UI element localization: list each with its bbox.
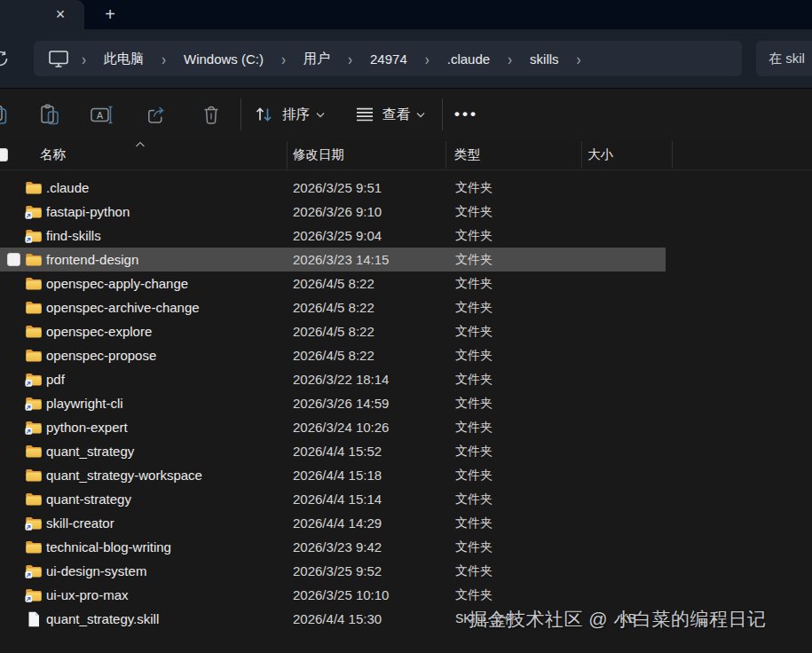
- file-date: 2026/4/4 14:29: [293, 511, 382, 535]
- table-row[interactable]: technical-blog-writing 2026/3/23 9:42 文件…: [0, 535, 812, 559]
- file-name: fastapi-python: [46, 200, 130, 224]
- delete-icon[interactable]: [202, 89, 220, 140]
- refresh-icon[interactable]: [0, 49, 10, 72]
- table-row[interactable]: python-expert 2026/3/24 10:26 文件夹: [0, 415, 812, 439]
- breadcrumb-item[interactable]: 用户: [298, 49, 335, 69]
- file-name: frontend-design: [46, 248, 138, 271]
- sort-button[interactable]: 排序: [254, 89, 325, 140]
- file-type: 文件夹: [455, 367, 493, 391]
- search-text: 在 skil: [769, 51, 805, 67]
- table-row[interactable]: pdf 2026/3/22 18:14 文件夹: [0, 367, 812, 391]
- column-size[interactable]: 大小: [587, 146, 613, 163]
- view-lines-icon: [355, 106, 374, 122]
- file-date: 2026/4/4 15:52: [293, 439, 382, 463]
- table-row[interactable]: openspec-propose 2026/4/5 8:22 文件夹: [0, 343, 812, 367]
- table-row[interactable]: frontend-design 2026/3/23 14:15 文件夹: [0, 248, 812, 271]
- table-row[interactable]: quant_strategy 2026/4/4 15:52 文件夹: [0, 439, 812, 463]
- breadcrumb-item[interactable]: 24974: [365, 50, 413, 68]
- toolbar-divider: [240, 98, 241, 130]
- table-row[interactable]: quant-strategy 2026/4/4 15:14 文件夹: [0, 487, 812, 511]
- file-date: 2026/3/25 9:04: [293, 224, 382, 248]
- column-divider[interactable]: [445, 141, 446, 169]
- new-tab-button[interactable]: +: [98, 3, 122, 27]
- chevron-right-icon: ›: [348, 49, 352, 67]
- table-row[interactable]: skill-creator 2026/4/4 14:29 文件夹: [0, 511, 812, 535]
- explorer-tab[interactable]: ×: [0, 0, 84, 29]
- paste-icon[interactable]: [40, 89, 59, 140]
- table-row[interactable]: openspec-explore 2026/4/5 8:22 文件夹: [0, 319, 812, 343]
- chevron-right-icon: ›: [162, 49, 166, 67]
- more-options-button[interactable]: •••: [454, 89, 478, 140]
- file-name: skill-creator: [46, 511, 114, 535]
- table-row[interactable]: ui-ux-pro-max 2026/3/25 10:10 文件夹: [0, 583, 812, 607]
- sort-arrows-icon: [254, 106, 274, 123]
- folder-icon: [25, 324, 43, 339]
- copy-icon[interactable]: [0, 89, 9, 140]
- search-input[interactable]: 在 skil: [756, 41, 812, 76]
- table-row[interactable]: openspec-archive-change 2026/4/5 8:22 文件…: [0, 295, 812, 319]
- file-name: technical-blog-writing: [46, 535, 171, 559]
- table-row[interactable]: openspec-apply-change 2026/4/5 8:22 文件夹: [0, 271, 812, 295]
- breadcrumb: ›此电脑›Windows (C:)›用户›24974›.claude›skill…: [69, 49, 594, 69]
- folder-shortcut-icon: [25, 228, 43, 243]
- breadcrumb-item[interactable]: 此电脑: [99, 49, 149, 69]
- folder-icon: [25, 276, 43, 291]
- folder-shortcut-icon: [25, 563, 43, 578]
- file-name: quant_strategy: [46, 439, 134, 463]
- file-date: 2026/3/24 10:26: [293, 415, 389, 439]
- view-button[interactable]: 查看: [355, 89, 425, 140]
- breadcrumb-item[interactable]: Windows (C:): [178, 50, 269, 68]
- this-pc-icon: [48, 50, 69, 68]
- file-type: 文件夹: [455, 559, 493, 583]
- tab-bar: × +: [0, 0, 812, 29]
- folder-shortcut-icon: [25, 204, 43, 219]
- folder-icon: [25, 539, 43, 555]
- file-explorer-window: × + ›此电脑›Windows (C:)›用户›24974›.claude›s…: [0, 0, 812, 653]
- column-divider[interactable]: [672, 141, 673, 169]
- breadcrumb-item[interactable]: .claude: [442, 50, 495, 68]
- folder-icon: [25, 252, 43, 267]
- file-type: 文件夹: [455, 439, 493, 463]
- file-name: quant_strategy-workspace: [46, 463, 202, 487]
- table-row[interactable]: .claude 2026/3/25 9:51 文件夹: [0, 176, 812, 200]
- file-list: .claude 2026/3/25 9:51 文件夹 fastapi-pytho…: [0, 169, 812, 653]
- watermark-text: 掘金技术社区 @ 小白菜的编程日记: [469, 607, 767, 632]
- column-name[interactable]: 名称: [40, 146, 66, 163]
- file-type: 文件夹: [455, 391, 493, 415]
- table-row[interactable]: quant_strategy-workspace 2026/4/4 15:18 …: [0, 463, 812, 487]
- share-icon[interactable]: [146, 89, 168, 140]
- table-row[interactable]: find-skills 2026/3/25 9:04 文件夹: [0, 224, 812, 248]
- file-icon: [25, 611, 43, 626]
- file-date: 2026/4/5 8:22: [293, 271, 374, 295]
- folder-shortcut-icon: [25, 515, 43, 531]
- column-divider[interactable]: [581, 141, 582, 169]
- file-name: .claude: [46, 176, 89, 200]
- table-row[interactable]: fastapi-python 2026/3/26 9:10 文件夹: [0, 200, 812, 224]
- address-field[interactable]: ›此电脑›Windows (C:)›用户›24974›.claude›skill…: [34, 41, 742, 76]
- breadcrumb-item[interactable]: skills: [524, 50, 564, 68]
- file-type: 文件夹: [455, 583, 493, 607]
- file-type: 文件夹: [455, 487, 493, 511]
- table-row[interactable]: ui-design-system 2026/3/25 9:52 文件夹: [0, 559, 812, 583]
- chevron-right-icon: ›: [577, 49, 581, 67]
- column-type[interactable]: 类型: [454, 146, 480, 163]
- table-row[interactable]: playwright-cli 2026/3/26 14:59 文件夹: [0, 391, 812, 415]
- select-all-checkbox[interactable]: [0, 148, 8, 161]
- folder-shortcut-icon: [25, 587, 43, 602]
- chevron-down-icon: [416, 112, 425, 118]
- file-type: 文件夹: [455, 463, 493, 487]
- file-date: 2026/4/4 15:18: [293, 463, 382, 487]
- file-name: python-expert: [46, 415, 128, 439]
- file-type: 文件夹: [455, 176, 493, 200]
- file-name: openspec-apply-change: [46, 271, 188, 295]
- view-label: 查看: [382, 106, 410, 124]
- column-divider[interactable]: [287, 141, 288, 169]
- column-header-row: 名称 修改日期 类型 大小: [0, 139, 812, 170]
- row-checkbox[interactable]: [7, 253, 20, 266]
- rename-icon[interactable]: A: [91, 89, 114, 140]
- folder-shortcut-icon: [25, 372, 43, 387]
- column-date[interactable]: 修改日期: [293, 146, 344, 163]
- close-tab-icon[interactable]: ×: [49, 4, 72, 26]
- file-type: 文件夹: [455, 415, 493, 439]
- file-date: 2026/4/4 15:14: [293, 487, 382, 511]
